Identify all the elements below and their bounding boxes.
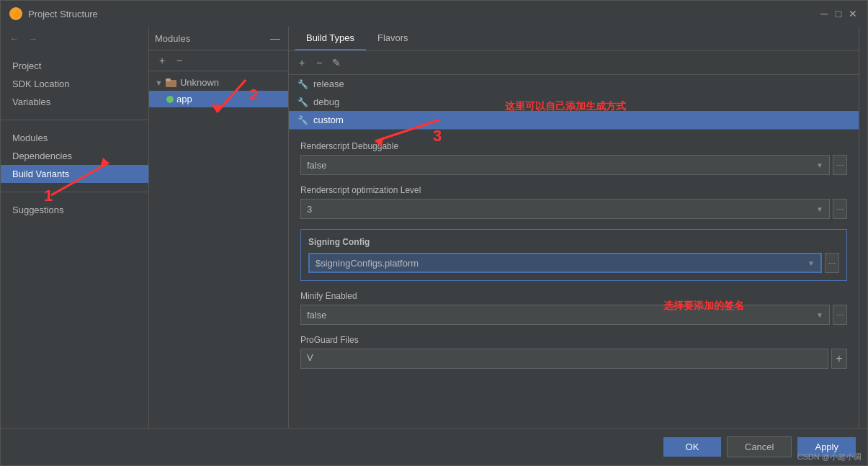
- modules-panel: Modules — + − ▼ Unknown: [148, 27, 289, 428]
- tab-build-types[interactable]: Build Types: [295, 27, 366, 50]
- module-item-app[interactable]: app: [149, 91, 288, 107]
- build-type-edit-btn[interactable]: ✎: [329, 55, 344, 70]
- minify-enabled-dropdown[interactable]: false ▼: [300, 305, 830, 325]
- build-types-list: 🔧 release 🔧 debug 🔧 custom: [289, 75, 859, 130]
- bottom-bar: OK Cancel Apply: [1, 428, 867, 465]
- module-group-unknown[interactable]: ▼ Unknown: [149, 74, 288, 91]
- dropdown-arrow-2: ▼: [816, 205, 823, 213]
- build-types-toolbar: + − ✎: [289, 51, 859, 75]
- sidebar-item-suggestions[interactable]: Suggestions: [1, 201, 148, 219]
- renderscript-optimization-dropdown[interactable]: 3 ▼: [300, 199, 830, 219]
- left-sidebar: ← → Project SDK Location Variables Modul…: [1, 27, 148, 428]
- minify-enabled-expand[interactable]: ⋯: [833, 305, 847, 325]
- wrench-icon-custom: 🔧: [297, 115, 308, 125]
- folder-icon: [166, 78, 177, 88]
- signing-config-expand[interactable]: ⋯: [825, 253, 839, 273]
- dropdown-arrow-1: ▼: [816, 161, 823, 169]
- modules-panel-title: Modules: [155, 33, 190, 44]
- sidebar-item-dependencies[interactable]: Dependencies: [1, 147, 148, 165]
- build-type-debug-label: debug: [313, 97, 339, 107]
- forward-button[interactable]: →: [25, 31, 41, 47]
- build-type-debug[interactable]: 🔧 debug: [289, 93, 859, 111]
- renderscript-optimization-group: Renderscript optimization Level 3 ▼ ⋯: [300, 185, 847, 219]
- build-type-custom[interactable]: 🔧 custom: [289, 111, 859, 129]
- build-type-remove-btn[interactable]: −: [312, 55, 326, 70]
- proguard-add-btn[interactable]: +: [831, 349, 847, 369]
- sidebar-item-build-variants[interactable]: Build Variants: [1, 165, 148, 183]
- signing-config-label: Signing Config: [308, 237, 839, 247]
- proguard-files-value: V: [307, 352, 313, 363]
- modules-remove-btn[interactable]: −: [172, 53, 187, 68]
- build-type-custom-label: custom: [313, 115, 344, 125]
- dropdown-arrow-3: ▼: [807, 259, 815, 267]
- renderscript-debuggable-dropdown[interactable]: false ▼: [300, 155, 830, 175]
- build-type-release[interactable]: 🔧 release: [289, 75, 859, 93]
- app-dot-icon: [166, 96, 174, 103]
- renderscript-debuggable-group: Renderscript Debuggable false ▼ ⋯: [300, 141, 847, 175]
- title-bar: 🔶 Project Structure ─ □ ✕: [1, 1, 867, 27]
- window-title: Project Structure: [28, 9, 98, 19]
- signing-config-value: $signingConfigs.platform: [316, 258, 419, 269]
- main-panel: Build Types Flavors + − ✎ 🔧 release 🔧 de…: [289, 27, 859, 428]
- tabs-header: Build Types Flavors: [289, 27, 859, 51]
- tab-flavors[interactable]: Flavors: [366, 27, 420, 50]
- modules-expand-btn[interactable]: —: [268, 31, 282, 45]
- sidebar-item-variables[interactable]: Variables: [1, 93, 148, 111]
- build-type-release-label: release: [313, 79, 344, 89]
- sidebar-item-project[interactable]: Project: [1, 57, 148, 75]
- signing-config-section: Signing Config $signingConfigs.platform …: [300, 229, 847, 281]
- app-icon: 🔶: [9, 7, 22, 20]
- ok-button[interactable]: OK: [663, 437, 721, 457]
- nav-divider-2: [1, 192, 148, 192]
- module-group-label: Unknown: [180, 77, 219, 88]
- renderscript-debuggable-value: false: [307, 160, 326, 171]
- sidebar-item-modules[interactable]: Modules: [1, 129, 148, 147]
- svg-rect-1: [166, 79, 171, 81]
- minify-enabled-label: Minify Enabled: [300, 291, 847, 301]
- modules-add-btn[interactable]: +: [155, 53, 169, 68]
- minify-enabled-group: Minify Enabled false ▼ ⋯: [300, 291, 847, 325]
- build-type-add-btn[interactable]: +: [295, 55, 309, 70]
- wrench-icon-debug: 🔧: [297, 97, 308, 107]
- renderscript-optimization-label: Renderscript optimization Level: [300, 185, 847, 195]
- close-button[interactable]: ✕: [847, 8, 859, 19]
- nav-divider-1: [1, 120, 148, 120]
- renderscript-optimization-expand[interactable]: ⋯: [833, 199, 847, 219]
- proguard-files-section: ProGuard Files V +: [300, 335, 847, 369]
- sidebar-item-sdk-location[interactable]: SDK Location: [1, 75, 148, 93]
- minify-enabled-value: false: [307, 310, 326, 321]
- cancel-button[interactable]: Cancel: [727, 436, 792, 457]
- module-item-label: app: [176, 94, 192, 104]
- wrench-icon-release: 🔧: [297, 79, 308, 89]
- dropdown-arrow-4: ▼: [816, 311, 823, 319]
- renderscript-debuggable-expand[interactable]: ⋯: [833, 155, 847, 175]
- minimize-button[interactable]: ─: [818, 8, 830, 19]
- renderscript-debuggable-label: Renderscript Debuggable: [300, 141, 847, 151]
- maximize-button[interactable]: □: [833, 8, 844, 19]
- scrollbar[interactable]: [859, 27, 867, 428]
- renderscript-optimization-value: 3: [307, 204, 312, 215]
- proguard-files-label: ProGuard Files: [300, 335, 847, 345]
- properties-area: Renderscript Debuggable false ▼ ⋯ Render…: [289, 130, 859, 428]
- signing-config-dropdown[interactable]: $signingConfigs.platform ▼: [308, 253, 822, 273]
- proguard-files-input[interactable]: V: [300, 349, 828, 369]
- back-button[interactable]: ←: [6, 31, 22, 47]
- apply-button[interactable]: Apply: [797, 437, 856, 457]
